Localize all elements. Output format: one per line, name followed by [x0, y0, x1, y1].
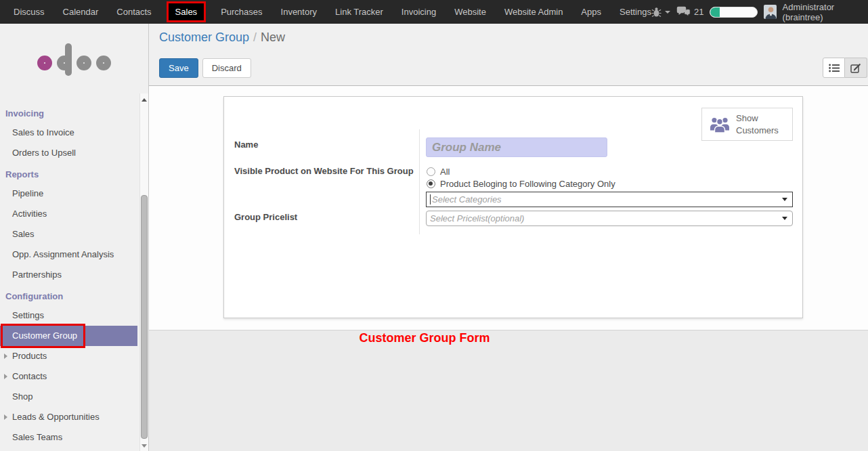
list-icon [829, 64, 840, 72]
user-menu[interactable]: Administrator (braintree) [783, 2, 866, 22]
nav-discuss[interactable]: Discuss [14, 7, 45, 17]
sidebar-item-contacts[interactable]: Contacts [0, 366, 137, 387]
nav-website[interactable]: Website [454, 7, 486, 17]
sidebar-item-sales-to-invoice[interactable]: Sales to Invoice [0, 123, 137, 143]
sidebar-item-customer-group-selected[interactable]: Customer Group [0, 326, 137, 346]
debug-menu[interactable] [651, 7, 670, 18]
messages-indicator[interactable]: 21 [676, 6, 703, 18]
sidebar-item-products[interactable]: Products [0, 346, 137, 366]
breadcrumb-customer-group-link[interactable]: Customer Group [159, 30, 249, 44]
customer-group-form-sheet: Show Customers Name Visible Product on W… [223, 96, 803, 318]
nav-invoicing[interactable]: Invoicing [402, 7, 436, 17]
form-action-buttons: Save Discard [159, 58, 251, 78]
nav-website-admin[interactable]: Website Admin [504, 7, 563, 17]
top-navigation-bar: Discuss Calendar Contacts Sales Purchase… [0, 0, 868, 24]
sidebar-item-delivery[interactable]: Delivery [0, 448, 137, 451]
sidebar-header-configuration: Configuration [0, 285, 137, 305]
show-customers-label: Show Customers [736, 112, 785, 136]
nav-contacts[interactable]: Contacts [116, 7, 151, 17]
sidebar-item-sales-teams[interactable]: Sales Teams [0, 427, 137, 448]
sidebar-item-partnerships[interactable]: Partnerships [0, 265, 137, 285]
group-name-input[interactable] [426, 137, 607, 157]
list-view-button[interactable] [823, 58, 845, 78]
messages-count: 21 [694, 7, 703, 17]
sidebar-menu: Invoicing Sales to Invoice Orders to Ups… [0, 93, 148, 451]
breadcrumb-separator: / [249, 30, 261, 44]
logo-letter-o2 [77, 56, 91, 70]
radio-option-category-only[interactable]: Product Beloging to Following Category O… [427, 179, 615, 189]
nav-calendar[interactable]: Calendar [63, 7, 99, 17]
progress-bar [710, 7, 758, 18]
sidebar-header-invoicing: Invoicing [0, 102, 137, 123]
breadcrumb-current: New [261, 30, 285, 44]
nav-settings[interactable]: Settings [620, 7, 651, 17]
sidebar-item-orders-to-upsell[interactable]: Orders to Upsell [0, 143, 137, 163]
logo-letter-o3 [96, 56, 111, 70]
nav-link-tracker[interactable]: Link Tracker [335, 7, 383, 17]
logo-letter-o [37, 56, 52, 70]
sidebar-scrollbar[interactable] [139, 93, 148, 451]
user-avatar[interactable] [764, 5, 776, 19]
logo-letter-d [57, 56, 72, 70]
radio-all-label: All [440, 167, 450, 177]
nav-sales-active-highlighted[interactable]: Sales [167, 1, 207, 22]
nav-apps[interactable]: Apps [581, 7, 601, 17]
app-window: Discuss Calendar Contacts Sales Purchase… [0, 0, 868, 451]
sidebar-item-activities[interactable]: Activities [0, 204, 137, 224]
sidebar-item-label: Customer Group [12, 330, 77, 341]
control-panel: Customer Group/New Save Discard [149, 24, 868, 86]
radio-option-all[interactable]: All [427, 167, 450, 177]
main-area: Customer Group/New Save Discard [149, 24, 868, 451]
select-categories-placeholder: Select Categories [432, 194, 502, 205]
annotation-customer-group-form: Customer Group Form [359, 331, 490, 345]
label-field-separator [419, 129, 420, 234]
customers-group-icon [710, 116, 730, 133]
save-button[interactable]: Save [159, 58, 198, 78]
scrollbar-thumb[interactable] [141, 195, 148, 439]
sidebar-item-opp-assignment-analysis[interactable]: Opp. Assignment Analysis [0, 244, 137, 265]
discard-button[interactable]: Discard [202, 58, 251, 78]
group-pricelist-field-label: Group Pricelist [234, 212, 297, 222]
view-switcher [823, 58, 867, 78]
select-pricelist-dropdown[interactable]: Select Pricelist(optional) [426, 211, 793, 226]
form-view-background: Show Customers Name Visible Product on W… [149, 86, 868, 329]
sidebar: odoo Invoicing Sales to Invoice Orders t… [0, 24, 149, 451]
chevron-down-icon [665, 11, 670, 14]
sidebar-item-shop[interactable]: Shop [0, 387, 137, 407]
nav-inventory[interactable]: Inventory [281, 7, 317, 17]
radio-icon-checked[interactable] [427, 179, 435, 188]
bug-icon [651, 7, 661, 18]
text-cursor [430, 194, 431, 205]
sidebar-item-pipeline[interactable]: Pipeline [0, 184, 137, 204]
sidebar-item-leads-opportunities[interactable]: Leads & Opportunities [0, 407, 137, 427]
progress-bar-fill [710, 7, 720, 17]
odoo-logo: odoo [0, 24, 148, 93]
chat-bubbles-icon [676, 6, 691, 18]
select-pricelist-placeholder: Select Pricelist(optional) [430, 213, 524, 223]
topbar-right-tools: 21 Administrator (braintree) [651, 2, 868, 22]
sidebar-header-reports: Reports [0, 163, 137, 184]
form-view-button-active[interactable] [845, 58, 867, 78]
main-menu: Discuss Calendar Contacts Sales Purchase… [0, 1, 651, 22]
sidebar-item-sales[interactable]: Sales [0, 224, 137, 244]
edit-pencil-icon [850, 63, 861, 73]
breadcrumb: Customer Group/New [159, 30, 285, 45]
radio-category-label: Product Beloging to Following Category O… [440, 179, 615, 189]
nav-purchases[interactable]: Purchases [221, 7, 262, 17]
radio-icon-unchecked[interactable] [427, 167, 435, 176]
sidebar-item-settings[interactable]: Settings [0, 305, 137, 326]
show-customers-button[interactable]: Show Customers [701, 108, 793, 141]
select-categories-dropdown[interactable]: Select Categories [426, 192, 793, 207]
page-bottom-area: Customer Group Form [149, 330, 868, 451]
dropdown-caret-icon [782, 198, 787, 201]
scroll-up-arrow-icon[interactable] [142, 98, 147, 102]
odoo-logo-letters [37, 56, 111, 70]
dropdown-caret-icon [782, 217, 787, 220]
name-field-label: Name [234, 139, 258, 150]
visible-product-field-label: Visible Product on Website For This Grou… [234, 166, 414, 176]
scroll-down-arrow-icon[interactable] [142, 444, 147, 448]
